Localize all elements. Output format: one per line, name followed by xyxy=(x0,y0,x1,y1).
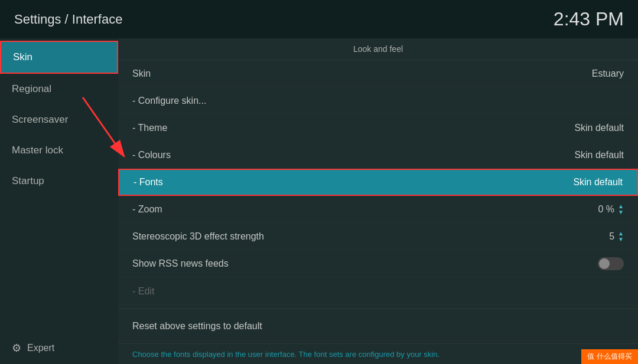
zoom-value: 0 % ▲ ▼ xyxy=(598,204,624,215)
watermark: 值 什么值得买 xyxy=(581,349,638,364)
stereoscopic-down-arrow[interactable]: ▼ xyxy=(618,237,624,242)
colours-row[interactable]: - Colours Skin default xyxy=(118,142,638,169)
edit-row: - Edit xyxy=(118,278,638,305)
colours-label: - Colours xyxy=(132,150,171,160)
status-bar: Choose the fonts displayed in the user i… xyxy=(118,343,638,364)
stereoscopic-value: 5 ▲ ▼ xyxy=(609,231,624,242)
theme-row[interactable]: - Theme Skin default xyxy=(118,114,638,142)
rss-row[interactable]: Show RSS news feeds xyxy=(118,250,638,278)
skin-label: Skin xyxy=(132,68,151,79)
sidebar-item-masterlock[interactable]: Master lock xyxy=(0,135,118,166)
zoom-up-arrow[interactable]: ▲ xyxy=(618,204,624,209)
header: Settings / Interface 2:43 PM xyxy=(0,0,638,38)
zoom-label: - Zoom xyxy=(132,204,162,215)
divider xyxy=(118,309,638,309)
rss-toggle[interactable] xyxy=(598,257,624,270)
expert-button[interactable]: ⚙ Expert xyxy=(0,332,118,364)
zoom-row[interactable]: - Zoom 0 % ▲ ▼ xyxy=(118,196,638,223)
colours-value: Skin default xyxy=(574,150,624,160)
configure-skin-row[interactable]: - Configure skin... xyxy=(118,87,638,114)
reset-label[interactable]: Reset above settings to default xyxy=(132,321,262,331)
watermark-text: 什么值得买 xyxy=(597,352,632,362)
fonts-row[interactable]: - Fonts Skin default xyxy=(118,169,638,196)
sidebar-item-regional[interactable]: Regional xyxy=(0,74,118,104)
section-header: Look and feel xyxy=(118,38,638,60)
stereoscopic-row[interactable]: Stereoscopic 3D effect strength 5 ▲ ▼ xyxy=(118,223,638,250)
skin-value: Estuary xyxy=(592,68,624,79)
skin-row[interactable]: Skin Estuary xyxy=(118,60,638,87)
reset-row[interactable]: Reset above settings to default xyxy=(118,313,638,340)
content-area: Look and feel Skin Estuary - Configure s… xyxy=(118,38,638,364)
rss-label: Show RSS news feeds xyxy=(132,258,229,269)
sidebar: Skin Regional Screensaver Master lock St… xyxy=(0,38,118,364)
configure-skin-label: - Configure skin... xyxy=(132,96,206,106)
clock: 2:43 PM xyxy=(554,8,624,30)
zoom-stepper[interactable]: ▲ ▼ xyxy=(618,204,624,215)
edit-label: - Edit xyxy=(132,286,154,297)
theme-label: - Theme xyxy=(132,123,167,133)
sidebar-item-startup[interactable]: Startup xyxy=(0,166,118,196)
sidebar-item-screensaver[interactable]: Screensaver xyxy=(0,104,118,135)
main-layout: Skin Regional Screensaver Master lock St… xyxy=(0,38,638,364)
stereoscopic-stepper[interactable]: ▲ ▼ xyxy=(618,231,624,242)
watermark-icon: 值 xyxy=(587,352,594,362)
theme-value: Skin default xyxy=(574,123,624,133)
fonts-value: Skin default xyxy=(573,177,623,188)
status-text: Choose the fonts displayed in the user i… xyxy=(132,350,440,359)
gear-icon: ⚙ xyxy=(12,342,21,355)
zoom-down-arrow[interactable]: ▼ xyxy=(618,209,624,215)
stereoscopic-up-arrow[interactable]: ▲ xyxy=(618,231,624,237)
stereoscopic-label: Stereoscopic 3D effect strength xyxy=(132,231,264,242)
expert-label: Expert xyxy=(27,343,54,353)
fonts-label: - Fonts xyxy=(134,177,163,188)
rss-toggle-container xyxy=(598,257,624,270)
sidebar-item-skin[interactable]: Skin xyxy=(0,41,118,74)
page-title: Settings / Interface xyxy=(14,12,122,27)
